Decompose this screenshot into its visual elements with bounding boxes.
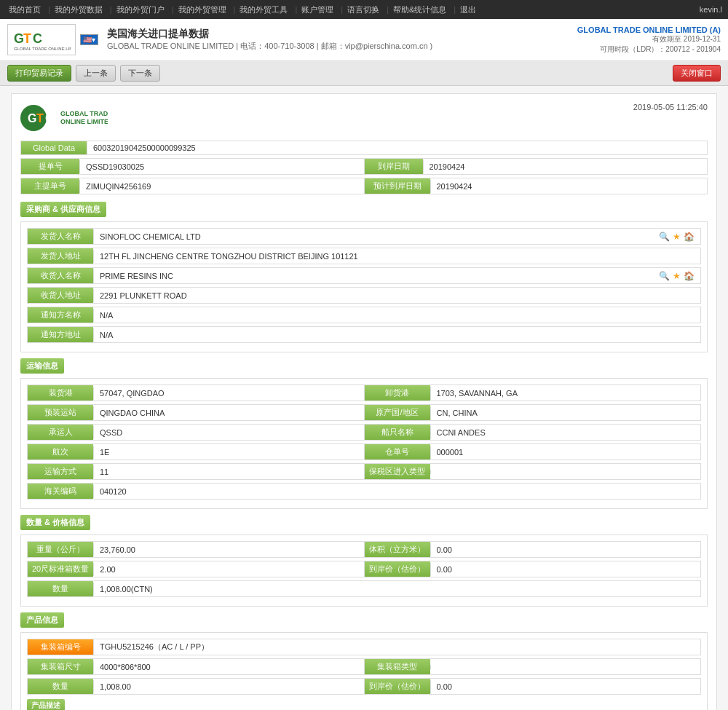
logo-area: G T C GLOBAL TRADE ONLINE LIMITED 🇺🇸 ▾ — [7, 24, 98, 55]
top-toolbar: 打印贸易记录 上一条 下一条 关闭窗口 — [0, 61, 728, 86]
quantity-value: 1,008.00(CTN) — [93, 583, 700, 596]
shipper-addr-value: 12TH FL JINCHENG CENTRE TONGZHOU DISTRIC… — [93, 250, 700, 263]
master-bill-value: ZIMUQIN4256169 — [79, 180, 364, 193]
svg-text:GLOBAL TRADE: GLOBAL TRADE — [60, 110, 108, 117]
svg-text:T: T — [23, 31, 31, 46]
header-title-area: 美国海关进口提单数据 GLOBAL TRADE ONLINE LIMITED |… — [107, 28, 432, 52]
svg-text:G: G — [28, 112, 36, 125]
vessel-col: 船只名称 CCNI ANDES — [365, 424, 702, 441]
bonded-label: 保税区进入类型 — [365, 464, 430, 479]
notify-name-value: N/A — [93, 309, 700, 322]
consignee-addr-label: 收货人地址 — [28, 288, 93, 303]
nav-portal[interactable]: 我的外贸门户 — [114, 0, 167, 19]
container-type-value — [430, 665, 701, 669]
carrier-label: 承运人 — [28, 425, 93, 440]
consignee-search-icon[interactable]: 🔍 — [659, 271, 670, 281]
origin-value: CN, CHINA — [430, 406, 701, 419]
est-arrive-col: 预计到岸日期 20190424 — [365, 178, 708, 194]
shipper-addr-label: 发货人地址 — [28, 248, 93, 264]
nav-home[interactable]: 我的首页 — [6, 0, 44, 19]
global-data-row: Global Data 60032019042500000099325 — [20, 141, 708, 155]
notify-name-label: 通知方名称 — [28, 307, 93, 323]
nav-management[interactable]: 我的外贸管理 — [175, 0, 229, 19]
flag-selector[interactable]: 🇺🇸 ▾ — [80, 34, 98, 45]
shipper-addr-row: 发货人地址 12TH FL JINCHENG CENTRE TONGZHOU D… — [27, 248, 701, 264]
warehouse-col: 仓单号 000001 — [365, 443, 702, 460]
warehouse-value: 000001 — [430, 446, 701, 459]
shipper-star-icon[interactable]: ★ — [673, 232, 681, 242]
buyer-supplier-section-header: 采购商 & 供应商信息 — [20, 202, 106, 217]
volume-col: 体积（立方米） 0.00 — [365, 541, 702, 558]
container-size-value: 4000*806*800 — [93, 660, 364, 674]
product-qty-label: 数量 — [28, 679, 93, 694]
notify-addr-value: N/A — [93, 328, 700, 342]
arrive-price-col: 到岸价（估价） 0.00 — [365, 561, 702, 577]
bonded-col: 保税区进入类型 — [365, 463, 702, 480]
next-record-button[interactable]: 下一条 — [120, 65, 160, 82]
product-qty-price-row: 数量 1,008.00 到岸价（估价） 0.00 — [27, 678, 701, 695]
container-20-label: 20尺标准箱数量 — [28, 561, 93, 577]
consignee-name-row: 收货人名称 PRIME RESINS INC 🔍 ★ 🏠 — [27, 267, 701, 284]
svg-text:G: G — [14, 31, 24, 46]
qty-price-section-header: 数量 & 价格信息 — [20, 515, 90, 530]
pre-load-value: QINGDAO CHINA — [93, 406, 364, 419]
prev-record-button[interactable]: 上一条 — [76, 65, 116, 82]
gtc-logo: G T C GLOBAL TRADE ONLINE LIMITED — [12, 27, 71, 52]
nav-my-data[interactable]: 我的外贸数据 — [52, 0, 106, 19]
consignee-home-icon[interactable]: 🏠 — [684, 271, 695, 281]
close-window-button[interactable]: 关闭窗口 — [673, 65, 721, 82]
transport-mode-label: 运输方式 — [28, 464, 93, 479]
nav-language[interactable]: 语言切换 — [344, 0, 382, 19]
print-trade-record-button[interactable]: 打印贸易记录 — [7, 65, 71, 82]
header-bar: G T C GLOBAL TRADE ONLINE LIMITED 🇺🇸 ▾ 美… — [0, 19, 728, 61]
carrier-value: QSSD — [93, 426, 364, 439]
consignee-addr-row: 收货人地址 2291 PLUNKETT ROAD — [27, 287, 701, 304]
svg-text:T: T — [36, 112, 44, 125]
arrive-price-value: 0.00 — [430, 563, 701, 576]
page-sub-info: GLOBAL TRADE ONLINE LIMITED | 电话：400-710… — [107, 41, 432, 52]
master-bill-label: 主提单号 — [21, 178, 79, 194]
svg-text:GLOBAL TRADE ONLINE LIMITED: GLOBAL TRADE ONLINE LIMITED — [14, 47, 71, 51]
product-qty-value: 1,008.00 — [93, 680, 364, 693]
bonded-value — [430, 470, 701, 474]
user-name: kevin.l — [700, 5, 722, 14]
load-port-value: 57047, QINGDAO — [93, 387, 364, 400]
notify-addr-label: 通知方地址 — [28, 327, 93, 342]
header-right-info: GLOBAL TRADE ONLINE LIMITED (A) 有效期至 201… — [577, 25, 721, 55]
company-name: GLOBAL TRADE ONLINE LIMITED (A) — [577, 25, 721, 34]
consignee-name-value: PRIME RESINS INC 🔍 ★ 🏠 — [93, 269, 700, 283]
nav-tools[interactable]: 我的外贸工具 — [237, 0, 290, 19]
arrive-date-label: 到岸日期 — [365, 159, 423, 174]
master-bill-col: 主提单号 ZIMUQIN4256169 — [20, 178, 365, 194]
load-port-label: 装货港 — [28, 385, 93, 401]
nav-account[interactable]: 账户管理 — [298, 0, 336, 19]
flag-dropdown-icon: ▾ — [92, 36, 95, 44]
quantity-row: 数量 1,008.00(CTN) — [27, 580, 701, 597]
container-size-type-row: 集装箱尺寸 4000*806*800 集装箱类型 — [27, 658, 701, 675]
bill-no-value: QSSD19030025 — [79, 160, 364, 173]
transport-mode-value: 11 — [93, 465, 364, 478]
shipper-search-icon[interactable]: 🔍 — [659, 232, 670, 242]
product-price-col: 到岸价（估价） 0.00 — [365, 678, 702, 695]
carrier-col: 承运人 QSSD — [27, 424, 365, 441]
arrive-date-value: 20190424 — [423, 160, 708, 173]
svg-text:ONLINE LIMITED: ONLINE LIMITED — [60, 118, 108, 125]
container-price-row: 20尺标准箱数量 2.00 到岸价（估价） 0.00 — [27, 561, 701, 577]
doc-header: G T C GLOBAL TRADE ONLINE LIMITED 2019-0… — [20, 103, 708, 133]
container-type-col: 集装箱类型 — [365, 658, 702, 675]
bill-no-label: 提单号 — [21, 159, 79, 174]
document-card: G T C GLOBAL TRADE ONLINE LIMITED 2019-0… — [11, 93, 717, 710]
logo-box: G T C GLOBAL TRADE ONLINE LIMITED — [7, 24, 76, 55]
weight-volume-row: 重量（公斤） 23,760.00 体积（立方米） 0.00 — [27, 541, 701, 558]
shipper-home-icon[interactable]: 🏠 — [684, 232, 695, 242]
shipper-name-row: 发货人名称 SINOFLOC CHEMICAL LTD 🔍 ★ 🏠 — [27, 228, 701, 245]
nav-help[interactable]: 帮助&统计信息 — [390, 0, 449, 19]
quantity-label: 数量 — [28, 581, 93, 596]
vessel-label: 船只名称 — [365, 425, 430, 440]
global-data-label: Global Data — [21, 141, 87, 154]
consignee-star-icon[interactable]: ★ — [673, 271, 681, 281]
arrive-price-label: 到岸价（估价） — [365, 561, 430, 577]
shipper-name-label: 发货人名称 — [28, 229, 93, 244]
nav-logout[interactable]: 退出 — [457, 0, 479, 19]
product-desc-label: 产品描述 — [27, 699, 65, 710]
